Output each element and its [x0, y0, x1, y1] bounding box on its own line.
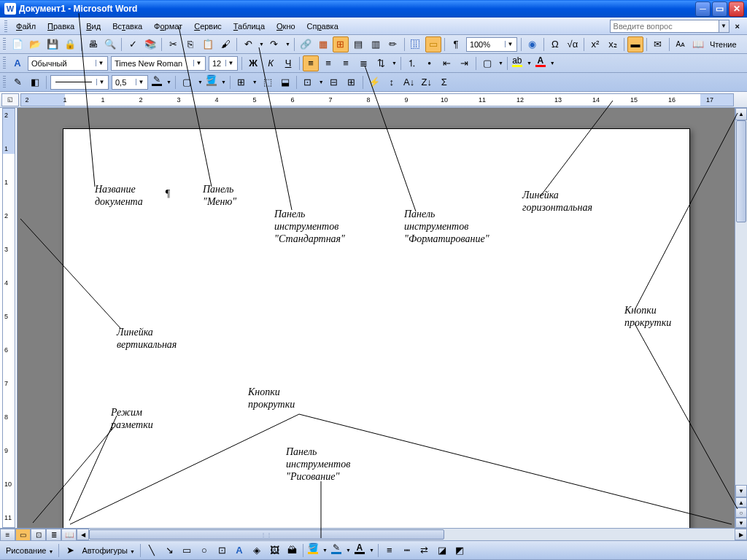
h-scroll-thumb[interactable]: ⋮⋮: [89, 529, 444, 540]
normal-view-button[interactable]: ≡: [0, 529, 15, 541]
redo-dropdown[interactable]: ▼: [284, 42, 292, 47]
drawing-icon[interactable]: ✏: [385, 36, 401, 52]
show-para-icon[interactable]: ¶: [448, 36, 464, 52]
fontcolor-dropdown[interactable]: ▼: [549, 61, 557, 66]
browse-object-button[interactable]: ○: [735, 508, 747, 518]
insert-table2-icon[interactable]: ⊞: [233, 74, 249, 90]
ruler-corner[interactable]: ◱: [1, 93, 19, 106]
line-style-combo[interactable]: ▼: [50, 75, 109, 90]
menu-вид[interactable]: Вид: [80, 20, 107, 33]
wordart-icon[interactable]: A: [231, 542, 247, 559]
web-layout-button[interactable]: ⊡: [31, 529, 46, 541]
arrow-style-icon[interactable]: ⇄: [417, 542, 433, 559]
paste-icon[interactable]: 📋: [200, 36, 216, 52]
close-button[interactable]: ✕: [729, 1, 744, 17]
linespacing-dropdown[interactable]: ▼: [390, 61, 398, 66]
sort-asc-icon[interactable]: A↓: [401, 74, 417, 90]
shading-dropdown[interactable]: ▼: [220, 79, 228, 85]
decrease-indent-icon[interactable]: ⇤: [439, 55, 455, 71]
subscript-icon[interactable]: x₂: [605, 36, 621, 52]
menu-таблица[interactable]: Таблица: [228, 20, 271, 33]
menu-справка[interactable]: Справка: [301, 20, 344, 33]
toolbar-grip[interactable]: [3, 57, 6, 70]
open-icon[interactable]: 📂: [27, 36, 43, 52]
autoshapes-menu[interactable]: Автофигуры ▼: [79, 545, 138, 556]
distribute-rows-icon[interactable]: ⊟: [326, 74, 342, 90]
select-objects-icon[interactable]: ➤: [62, 542, 78, 559]
prev-page-button[interactable]: ▲: [735, 497, 747, 508]
toolbar-grip[interactable]: [4, 20, 7, 32]
font-size-combo[interactable]: 12▼: [209, 56, 238, 71]
text-direction-icon[interactable]: ↕: [384, 74, 400, 90]
menu-формат[interactable]: Формат: [148, 20, 188, 33]
superscript-icon[interactable]: x²: [587, 36, 603, 52]
increase-indent-icon[interactable]: ⇥: [457, 55, 473, 71]
help-icon[interactable]: ◉: [525, 36, 541, 52]
outside-border-icon[interactable]: ▢: [179, 74, 195, 90]
fill-color-icon[interactable]: 🪣: [306, 543, 320, 558]
justify-icon[interactable]: ≣: [355, 55, 371, 71]
border-color-icon[interactable]: ✎: [150, 75, 163, 90]
line-spacing-icon[interactable]: ⇅: [373, 55, 389, 71]
3d-icon[interactable]: ◩: [452, 542, 468, 559]
diagram-icon[interactable]: ◈: [249, 542, 265, 559]
help-dropdown-arrow[interactable]: ▼: [719, 20, 729, 33]
document-viewport[interactable]: [18, 108, 735, 528]
textbox-icon[interactable]: ⊡: [214, 542, 230, 559]
picture-icon[interactable]: 🏔: [284, 542, 300, 559]
cut-icon[interactable]: ✂: [165, 36, 181, 52]
document-page[interactable]: [63, 128, 690, 528]
line-icon[interactable]: ╲: [144, 542, 160, 559]
minimize-button[interactable]: ─: [695, 1, 711, 17]
menu-окно[interactable]: Окно: [271, 20, 301, 33]
insert-excel-icon[interactable]: ▤: [350, 36, 366, 52]
line-weight-combo[interactable]: 0,5▼: [112, 75, 148, 90]
fillcolor-dropdown[interactable]: ▼: [321, 548, 329, 553]
shadow-icon[interactable]: ◪: [434, 542, 450, 559]
omega-icon[interactable]: Ω: [547, 36, 563, 52]
insert-table-icon[interactable]: ⊞: [333, 36, 349, 52]
reading-button[interactable]: Чтение: [707, 40, 740, 49]
close-help-button[interactable]: ×: [732, 22, 743, 31]
scroll-right-button[interactable]: ▶: [735, 529, 747, 540]
autosum-icon[interactable]: Σ: [436, 74, 452, 90]
research-icon[interactable]: 📚: [142, 36, 158, 52]
outline-view-button[interactable]: ≣: [46, 529, 61, 541]
print-preview-icon[interactable]: 🔍: [102, 36, 118, 52]
align-cells-icon[interactable]: ⊡: [300, 74, 316, 90]
small-caps-icon[interactable]: Aᴀ: [673, 36, 689, 52]
numbering-icon[interactable]: ⒈: [404, 55, 420, 71]
font-color-icon[interactable]: A: [534, 56, 547, 71]
hyperlink-icon[interactable]: 🔗: [298, 36, 314, 52]
menu-сервис[interactable]: Сервис: [188, 20, 228, 33]
tables-borders-icon[interactable]: ▦: [315, 36, 331, 52]
bordercolor-dropdown[interactable]: ▼: [165, 79, 173, 85]
menu-файл[interactable]: Файл: [10, 20, 42, 33]
print-icon[interactable]: 🖶: [85, 36, 101, 52]
bullets-icon[interactable]: ⦁: [422, 55, 438, 71]
scroll-left-button[interactable]: ◀: [77, 529, 89, 540]
style-combo[interactable]: Обычный▼: [28, 56, 108, 71]
toolbar-grip[interactable]: [3, 76, 6, 89]
reading-view-button[interactable]: 📖: [61, 529, 77, 541]
oval-icon[interactable]: ○: [196, 542, 212, 559]
styles-pane-icon[interactable]: A: [9, 55, 26, 71]
highlight-dropdown[interactable]: ▼: [525, 61, 533, 66]
draw-table-icon[interactable]: ✎: [9, 74, 26, 90]
menu-вставка[interactable]: Вставка: [107, 20, 148, 33]
help-search-input[interactable]: [610, 20, 719, 33]
shading-icon[interactable]: 🪣: [205, 75, 218, 90]
borders-icon[interactable]: ▢: [479, 55, 495, 71]
print-layout-button[interactable]: ▭: [15, 529, 31, 541]
clipart-icon[interactable]: 🖼: [266, 542, 282, 559]
inserttable-dropdown[interactable]: ▼: [251, 79, 259, 85]
vertical-ruler[interactable]: 211234567891011: [0, 108, 18, 528]
drawing-menu[interactable]: Рисование ▼: [3, 545, 56, 556]
menu-правка[interactable]: Правка: [42, 20, 80, 33]
arrow-icon[interactable]: ↘: [161, 542, 177, 559]
highlight-icon[interactable]: ab: [511, 56, 524, 71]
scroll-down-button[interactable]: ▼: [735, 485, 747, 497]
scroll-up-button[interactable]: ▲: [735, 108, 747, 120]
borders-dropdown[interactable]: ▼: [497, 61, 505, 66]
line-style-icon[interactable]: ≡: [382, 542, 398, 559]
